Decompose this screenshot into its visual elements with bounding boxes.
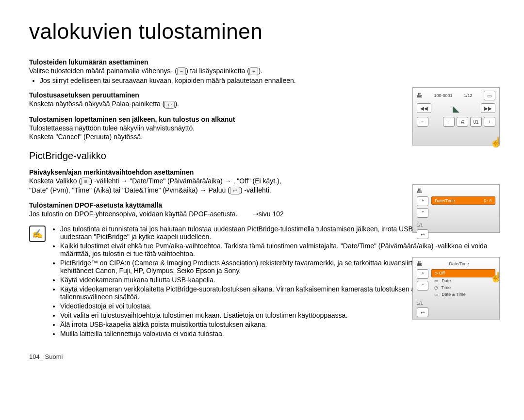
note-icon: ✍: [29, 226, 46, 242]
decrease-button[interactable]: −: [443, 117, 455, 127]
up-button[interactable]: ˄: [417, 196, 428, 206]
up-button[interactable]: ˄: [417, 269, 428, 279]
page-title: valokuvien tulostaminen: [29, 19, 495, 44]
back-icon: ↩: [164, 101, 175, 109]
pager: 1/1: [417, 223, 423, 227]
screen-header: Date/Time: [449, 261, 469, 266]
touch-finger-icon: ☝: [490, 136, 502, 148]
prev-button[interactable]: ◀◀: [417, 103, 431, 113]
note-item: Muilla laitteilla tallennettuja valokuvi…: [60, 330, 495, 338]
thumbnail: ◣: [434, 103, 478, 114]
print-button[interactable]: 🖨: [457, 117, 468, 127]
menu-icon: ≡: [81, 178, 90, 185]
section-datetime-head: Päiväyksen/ajan merkintävaihtoehdon aset…: [29, 168, 495, 176]
file-id: 100-0001: [434, 93, 452, 98]
lcd-preview-datetime: 🖶 Date/Time ˄ ˅ ⦸ Off ▭Date ◷Time ▭Date …: [412, 257, 500, 320]
menu-row-datetime[interactable]: Date/Time▷ ⦸: [431, 196, 495, 205]
page-ref: ➝sivu 102: [253, 210, 284, 218]
section-copies-body: Valitse tulosteiden määrä painamalla väh…: [29, 67, 495, 75]
minus-icon: −: [177, 67, 186, 75]
printer-icon: 🖶: [417, 92, 423, 99]
printer-icon: 🖶: [417, 260, 423, 267]
option-off[interactable]: ⦸ Off: [431, 269, 495, 277]
next-button[interactable]: ▶▶: [481, 103, 495, 113]
copies-count: 01: [470, 117, 482, 127]
pager: 1/12: [464, 93, 473, 98]
copies-note: Jos siirryt edelliseen tai seuraavaan ku…: [40, 77, 495, 84]
increase-button[interactable]: +: [484, 117, 495, 127]
down-button[interactable]: ˅: [417, 281, 428, 291]
menu-button[interactable]: ≡: [417, 117, 428, 127]
pictbridge-heading: PictBridge-valikko: [29, 150, 495, 162]
back-button[interactable]: ↩: [417, 229, 428, 239]
option-date[interactable]: ▭Date: [431, 277, 495, 284]
plus-icon: +: [249, 67, 258, 75]
printer-icon: 🖶: [417, 188, 423, 194]
lcd-preview-copies: 🖶 100-0001 1/12 ▭ ◀◀ ◣ ▶▶ ≡ − 🖨 01 + ☝: [412, 87, 500, 145]
back-button[interactable]: ↩: [417, 307, 428, 317]
touch-finger-icon: ☝: [490, 271, 502, 283]
note-item: Älä irrota USB-kaapelia äläkä poista mui…: [60, 321, 495, 328]
section-copies-head: Tulosteiden lukumäärän asettaminen: [29, 58, 495, 66]
lcd-preview-menu: 🖶 ˄ ˅ Date/Time▷ ⦸ 1/1 ↩: [412, 184, 500, 233]
option-datetime[interactable]: ▭Date & Time: [431, 291, 495, 298]
battery-icon: ▭: [484, 91, 495, 100]
note-item: Kaikki tulostimet eivät ehkä tue Pvm/aik…: [60, 242, 495, 258]
down-button[interactable]: ˅: [417, 208, 428, 218]
back-icon: ↩: [230, 187, 240, 194]
pager: 1/1: [417, 301, 423, 306]
option-time[interactable]: ◷Time: [431, 284, 495, 291]
page-footer: 104_ Suomi: [29, 353, 495, 360]
